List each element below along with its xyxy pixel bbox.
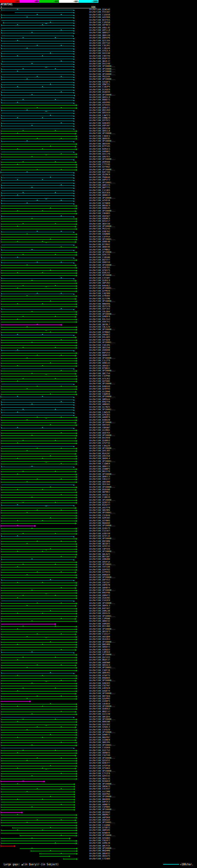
- alignment-bar: [1, 232, 74, 232]
- alignment-bar: [1, 712, 75, 712]
- alignment-bar: [1, 616, 76, 617]
- alignment-bar: [1, 322, 76, 322]
- alignment-start-tick-icon: [1, 153, 1, 155]
- alignment-arrowhead-icon: [76, 631, 77, 633]
- alignment-arrowhead-icon: [76, 332, 77, 334]
- query-gap-marker-icon: [27, 419, 28, 420]
- alignment-bar: [1, 69, 74, 70]
- alignment-start-tick-icon: [1, 618, 1, 620]
- query-gap-marker-icon: [17, 396, 18, 397]
- alignment-start-tick-icon: [1, 711, 1, 713]
- query-gap-marker-icon: [17, 737, 18, 738]
- alignment-bar: [1, 28, 74, 28]
- alignment-arrowhead-icon: [76, 577, 77, 579]
- alignment-start-tick-icon: [1, 99, 2, 101]
- alignment-start-tick-icon: [1, 295, 1, 297]
- alignment-arrowhead-icon: [76, 450, 77, 452]
- query-gap-marker-icon: [23, 192, 24, 193]
- alignment-bar: [39, 854, 76, 854]
- alignment-start-tick-icon: [1, 427, 2, 429]
- alignment-end-tick-icon: [73, 505, 74, 506]
- alignment-start-tick-icon: [1, 450, 1, 452]
- alignment-bar: [1, 423, 75, 423]
- alignment-start-tick-icon: [1, 339, 1, 341]
- query-gap-marker-icon: [27, 264, 28, 265]
- alignment-bar: [1, 688, 76, 689]
- query-gap-marker-icon: [17, 272, 18, 273]
- alignment-bar: [1, 650, 75, 650]
- alignment-start-tick-icon: [1, 86, 2, 88]
- alignment-bar: [1, 724, 76, 725]
- query-gap-marker-icon: [17, 752, 18, 753]
- alignment-arrowhead-icon: [76, 282, 77, 284]
- query-gap-marker-icon: [55, 68, 56, 69]
- alignment-arrowhead-icon: [76, 301, 77, 302]
- alignment-bar: [1, 784, 74, 784]
- query-gap-marker-icon: [61, 137, 62, 138]
- alignment-start-tick-icon: [1, 68, 2, 70]
- query-gap-marker-icon: [17, 225, 18, 226]
- query-gap-marker-icon: [37, 819, 38, 820]
- scale-segment: ~60%: [39, 0, 59, 3]
- alignment-bar: [1, 85, 74, 85]
- alignment-arrowhead-icon: [76, 773, 77, 775]
- alignment-arrowhead-icon: [75, 649, 77, 651]
- alignment-bar: [1, 502, 76, 503]
- alignment-start-tick-icon: [1, 14, 2, 16]
- alignment-start-tick-icon: [1, 773, 1, 774]
- query-gap-marker-icon: [55, 533, 56, 534]
- scale-segment: ~40%: [20, 0, 39, 3]
- alignment-bar: [1, 693, 75, 694]
- alignment-arrowhead-icon: [76, 164, 77, 166]
- alignment-start-tick-icon: [1, 626, 1, 627]
- alignment-start-tick-icon: [1, 332, 1, 333]
- query-gap-marker-icon: [23, 130, 24, 131]
- alignment-arrowhead-icon: [76, 827, 77, 829]
- query-gap-marker-icon: [55, 842, 56, 843]
- alignment-arrowhead-icon: [76, 835, 77, 837]
- gap-legend-label: Large gaps: ▲(in Query)/-(in Subject): [4, 863, 59, 866]
- alignment-bar: [1, 167, 76, 167]
- alignment-start-tick-icon: [1, 487, 1, 488]
- alignment-bar: [1, 538, 76, 539]
- alignment-arrowhead-icon: [75, 739, 77, 741]
- alignment-bar: [1, 771, 76, 772]
- alignment-start-tick-icon: [1, 71, 2, 72]
- query-gap-marker-icon: [61, 804, 62, 805]
- alignment-arrowhead-icon: [76, 275, 77, 277]
- alignment-row: UniRef100_C7Z4B9: [0, 858, 197, 860]
- alignment-end-tick-icon: [73, 428, 74, 429]
- alignment-arrowhead-icon: [76, 659, 77, 661]
- alignment-start-tick-icon: [1, 556, 1, 558]
- query-gap-marker-icon: [50, 796, 51, 797]
- alignment-start-tick-icon: [1, 370, 1, 372]
- alignment-arrowhead-icon: [76, 321, 77, 323]
- alignment-start-tick-icon: [1, 208, 1, 209]
- alignment-bar: [1, 549, 76, 550]
- query-gap-marker-icon: [61, 122, 62, 123]
- alignment-arrowhead-icon: [76, 610, 77, 612]
- alignment-arrowhead-icon: [74, 796, 75, 798]
- alignment-bar: [1, 342, 76, 343]
- alignment-bar: [1, 428, 74, 428]
- subject-gap-marker-icon: [45, 67, 47, 67]
- alignment-start-tick-icon: [1, 750, 1, 751]
- query-gap-marker-icon: [17, 411, 18, 412]
- alignment-arrowhead-icon: [76, 721, 77, 723]
- alignment-start-tick-icon: [1, 688, 1, 689]
- blast-graphical-overview: ~20%~40%~60%~80%~100% AY397361 1 600 Uni…: [0, 0, 197, 868]
- alignment-bar: [1, 830, 76, 831]
- alignment-start-tick-icon: [1, 316, 1, 317]
- query-gap-marker-icon: [37, 602, 38, 603]
- query-gap-marker-icon: [31, 311, 33, 312]
- alignment-start-tick-icon: [3, 22, 3, 23]
- alignment-bar: [31, 851, 76, 851]
- query-gap-marker-icon: [37, 447, 38, 448]
- alignment-bar: [1, 652, 74, 653]
- query-gap-marker-icon: [17, 535, 18, 536]
- alignment-start-tick-icon: [1, 729, 1, 731]
- alignment-bar: [1, 268, 76, 268]
- query-gap-marker-icon: [17, 70, 18, 71]
- alignment-start-tick-icon: [1, 164, 1, 165]
- query-gap-marker-icon: [37, 416, 38, 417]
